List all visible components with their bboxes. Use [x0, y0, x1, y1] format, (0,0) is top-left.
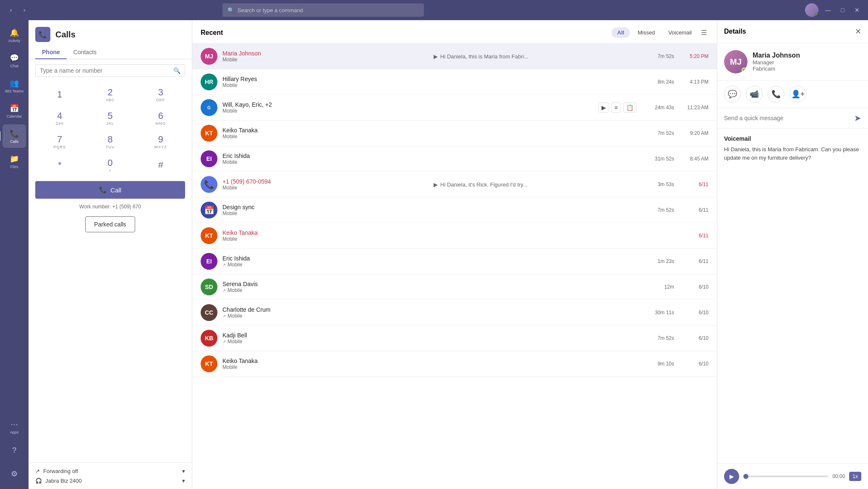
- tab-contacts[interactable]: Contacts: [67, 45, 103, 59]
- number-search-input[interactable]: [40, 67, 171, 74]
- call-button[interactable]: 📞 Call: [35, 181, 185, 199]
- call-item[interactable]: EI Eric Ishida Mobile 31m 52s 8:45 AM: [192, 146, 717, 172]
- sidebar-item-settings[interactable]: ⚙: [3, 462, 26, 486]
- avatar: SD: [201, 279, 217, 295]
- call-item[interactable]: SD Serena Davis ↗ Mobile 12m 6/10: [192, 274, 717, 300]
- call-item[interactable]: 📞 +1 (509) 670-0594 Mobile ▶ Hi Daniela,…: [192, 172, 717, 197]
- call-btn-label: Call: [110, 187, 121, 194]
- tab-phone[interactable]: Phone: [35, 45, 67, 59]
- video-action-button[interactable]: 📹: [746, 86, 763, 103]
- dial-key-1[interactable]: 1: [35, 84, 84, 105]
- person-role: Manager: [753, 59, 800, 66]
- call-time: 6/10: [679, 284, 709, 290]
- avatar: CC: [201, 304, 217, 321]
- dial-key-8[interactable]: 8 TUV: [86, 131, 134, 152]
- dial-key-2[interactable]: 2 ABC: [86, 84, 134, 105]
- forward-button[interactable]: ›: [18, 4, 30, 16]
- back-button[interactable]: ‹: [5, 4, 17, 16]
- call-item[interactable]: G Will, Kayo, Eric, +2 Mobile ▶ ≡ 📋 24m …: [192, 95, 717, 121]
- filter-missed[interactable]: Missed: [632, 27, 661, 38]
- details-person: MJ Maria Johnson Manager Fabricam: [717, 43, 868, 81]
- caller-type: Mobile: [222, 134, 429, 139]
- dial-key-6[interactable]: 6 MNO: [136, 107, 185, 129]
- minimize-button[interactable]: —: [822, 5, 834, 15]
- play-voicemail-button[interactable]: ▶: [724, 469, 739, 484]
- call-item[interactable]: EI Eric Ishida ↗ Mobile 1m 23s 6/11: [192, 249, 717, 274]
- call-item[interactable]: KB Kadji Bell ↗ Mobile 7m 52s 6/10: [192, 326, 717, 351]
- call-item[interactable]: HR Hillary Reyes Mobile 8m 24s 4:13 PM: [192, 69, 717, 95]
- search-input[interactable]: [238, 7, 419, 13]
- call-time: 6/10: [679, 335, 709, 341]
- sidebar-label-files: Files: [10, 165, 18, 169]
- caller-info: Eric Ishida Mobile: [222, 152, 429, 165]
- quick-message-input[interactable]: [724, 115, 851, 121]
- dial-key-9[interactable]: 9 WXYZ: [136, 131, 185, 152]
- filter-more-button[interactable]: ☰: [699, 27, 709, 38]
- send-message-button[interactable]: ➤: [854, 113, 861, 123]
- audio-progress-bar[interactable]: [743, 476, 828, 477]
- search-icon: 🔍: [173, 67, 180, 74]
- caller-info: Eric Ishida ↗ Mobile: [222, 255, 429, 268]
- voicemail-text: Hi Daniela, this is Maria from Fabricam.…: [724, 145, 861, 162]
- maximize-button[interactable]: □: [838, 5, 848, 15]
- call-time: 6/11: [679, 258, 709, 264]
- call-item[interactable]: CC Charlotte de Crum ↗ Mobile 30m 11s 6/…: [192, 300, 717, 326]
- dial-key-3[interactable]: 3 DEF: [136, 84, 185, 105]
- audio-player: ▶ 00:00 1x: [717, 463, 868, 489]
- dial-key-4[interactable]: 4 GHI: [35, 107, 84, 129]
- details-panel: Details ✕ MJ Maria Johnson Manager Fabri…: [717, 20, 868, 489]
- sidebar-item-apps[interactable]: ⋯ Apps: [3, 415, 26, 439]
- dial-key-5[interactable]: 5 JKL: [86, 107, 134, 129]
- titlebar-actions: — □ ✕: [805, 3, 863, 17]
- caller-type: ↗ Mobile: [222, 262, 429, 268]
- caller-type: ↗ Mobile: [222, 287, 429, 293]
- call-item[interactable]: MJ Maria Johnson Mobile ▶ Hi Daniela, th…: [192, 44, 717, 69]
- call-item[interactable]: KT Keiko Tanaka Mobile 7m 52s 9:20 AM: [192, 121, 717, 146]
- filter-voicemail[interactable]: Voicemail: [662, 27, 698, 38]
- user-avatar[interactable]: [805, 3, 818, 17]
- titlebar: ‹ › 🔍 — □ ✕: [0, 0, 868, 20]
- play-recording-button[interactable]: ▶: [599, 103, 609, 113]
- forwarding-setting[interactable]: ↗ Forwarding off ▾: [35, 468, 185, 474]
- sidebar-item-calls[interactable]: 📞 Calls: [3, 124, 26, 148]
- caller-info: Keiko Tanaka Mobile: [222, 127, 429, 139]
- close-button[interactable]: ✕: [851, 5, 863, 15]
- avatar: EI: [201, 253, 217, 270]
- dial-key-hash[interactable]: #: [136, 154, 185, 176]
- call-item[interactable]: KT Keiko Tanaka Mobile 9m 10s 6/10: [192, 351, 717, 377]
- details-header: Details ✕: [717, 20, 868, 43]
- play-icon: ▶: [434, 181, 438, 188]
- filter-all[interactable]: All: [612, 27, 630, 38]
- details-close-button[interactable]: ✕: [855, 27, 861, 36]
- caller-info: Keiko Tanaka Mobile: [222, 229, 429, 242]
- number-search-row[interactable]: 🔍: [35, 64, 185, 77]
- dial-key-star[interactable]: *: [35, 154, 84, 176]
- chat-action-button[interactable]: 💬: [724, 86, 741, 103]
- call-duration: 9m 10s: [645, 361, 674, 367]
- caller-name: Eric Ishida: [222, 255, 429, 262]
- caller-type: Mobile: [222, 159, 429, 165]
- transcript-button[interactable]: ≡: [612, 103, 621, 113]
- dial-key-0[interactable]: 0 +: [86, 154, 134, 176]
- call-btn-icon: 📞: [99, 186, 107, 194]
- call-item[interactable]: 📅 Design sync Mobile 7m 52s 6/11: [192, 197, 717, 223]
- sidebar-item-files[interactable]: 📁 Files: [3, 150, 26, 173]
- sidebar-item-help[interactable]: ?: [3, 439, 26, 462]
- avatar: 📞: [201, 176, 217, 193]
- sidebar-item-chat[interactable]: 💬 Chat: [3, 49, 26, 72]
- caller-type: Mobile: [222, 210, 429, 216]
- dial-key-7[interactable]: 7 PQRS: [35, 131, 84, 152]
- device-setting[interactable]: 🎧 Jabra Biz 2400 ▾: [35, 478, 185, 484]
- call-action-button[interactable]: 📞: [768, 86, 784, 103]
- sidebar-label-chat: Chat: [10, 64, 18, 68]
- audio-speed-button[interactable]: 1x: [849, 472, 861, 481]
- notes-button[interactable]: 📋: [623, 103, 636, 113]
- parked-calls-button[interactable]: Parked calls: [85, 216, 135, 232]
- sidebar-item-activity[interactable]: 🔔 Activity: [3, 24, 26, 47]
- call-item[interactable]: KT Keiko Tanaka Mobile 6/11: [192, 223, 717, 249]
- audio-scrubber[interactable]: [743, 474, 748, 479]
- search-bar[interactable]: 🔍: [222, 3, 424, 17]
- more-action-button[interactable]: 👤+: [790, 86, 806, 103]
- sidebar-item-calendar[interactable]: 📅 Calendar: [3, 99, 26, 123]
- sidebar-item-teams[interactable]: 👥 883 Teams: [3, 74, 26, 97]
